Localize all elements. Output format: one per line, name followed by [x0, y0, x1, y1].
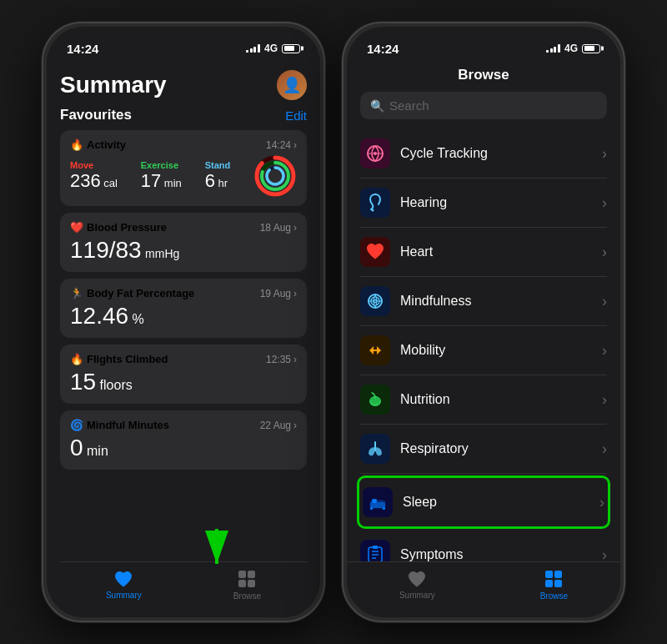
svg-rect-8 [238, 571, 246, 578]
bp-icon: ❤️ [70, 221, 83, 234]
tab-browse-left[interactable]: Browse [233, 569, 261, 601]
mindful-meta: 22 Aug › [260, 420, 297, 431]
signal-icon-right [546, 44, 560, 53]
stand-stat: Stand 6 hr [205, 160, 231, 192]
hearing-label: Hearing [400, 195, 602, 210]
body-fat-card[interactable]: 🏃 Body Fat Percentage 19 Aug › 12.46 % [60, 279, 307, 338]
browse-list: Cycle Tracking Hearing [347, 129, 620, 561]
mindfulness-label: Mindfulness [400, 294, 602, 309]
notch-right [429, 27, 538, 50]
svg-rect-11 [248, 580, 255, 587]
svg-rect-33 [545, 571, 553, 578]
activity-title: 🔥 Activity [70, 138, 126, 151]
svg-rect-32 [373, 546, 378, 549]
phones-container: 14:24 4G Summary 👤 [42, 22, 625, 622]
svg-rect-26 [370, 507, 373, 510]
edit-button[interactable]: Edit [285, 108, 307, 123]
search-icon: 🔍 [370, 99, 384, 113]
status-icons-right: 4G [546, 43, 600, 54]
flights-card[interactable]: 🔥 Flights Climbed 12:35 › 15 floors [60, 345, 307, 404]
sleep-label: Sleep [403, 495, 599, 510]
screen-content-right: Browse 🔍 Search [347, 63, 620, 617]
tab-summary-right[interactable]: Summary [399, 570, 435, 600]
tab-summary-label-right: Summary [399, 591, 435, 600]
svg-point-5 [267, 168, 283, 184]
browse-item-sleep[interactable]: Sleep [363, 478, 604, 526]
browse-item-nutrition[interactable]: Nutrition [360, 375, 607, 425]
svg-point-15 [372, 209, 374, 212]
chevron-hearing [602, 194, 607, 212]
flights-title: 🔥 Flights Climbed [70, 353, 168, 365]
browse-item-cycle-tracking[interactable]: Cycle Tracking [360, 129, 607, 179]
browse-item-respiratory[interactable]: Respiratory [360, 425, 607, 474]
bf-meta: 19 Aug › [260, 288, 297, 299]
chevron-heart [602, 244, 607, 261]
network-label-right: 4G [564, 43, 578, 54]
svg-rect-24 [370, 502, 385, 508]
heart-label: Heart [400, 244, 602, 259]
tab-bar-right: Summary Browse [347, 561, 620, 617]
bf-title: 🏃 Body Fat Percentage [70, 287, 194, 299]
mindful-value: 0 min [70, 435, 297, 461]
mindful-card[interactable]: 🌀 Mindful Minutes 22 Aug › 0 min [60, 410, 307, 470]
svg-rect-10 [238, 580, 246, 587]
tab-browse-right[interactable]: Browse [540, 569, 568, 601]
summary-header: Summary 👤 [60, 70, 307, 100]
browse-item-mobility[interactable]: Mobility [360, 326, 607, 375]
svg-rect-35 [545, 580, 553, 587]
cycle-tracking-label: Cycle Tracking [400, 146, 602, 161]
respiratory-label: Respiratory [400, 441, 602, 456]
activity-icon: 🔥 [70, 138, 83, 151]
network-label: 4G [264, 43, 278, 54]
heart-icon-browse [360, 237, 390, 267]
mindfulness-icon [360, 286, 390, 316]
time-right: 14:24 [367, 42, 399, 56]
svg-rect-9 [248, 571, 255, 578]
sleep-highlight-border: Sleep [357, 475, 610, 529]
flights-meta: 12:35 › [266, 354, 297, 365]
flights-value: 15 floors [70, 369, 297, 395]
chevron-mobility [602, 342, 607, 360]
browse-item-mindfulness[interactable]: Mindfulness [360, 277, 607, 326]
time-left: 14:24 [67, 42, 98, 56]
status-icons-left: 4G [246, 43, 300, 54]
svg-point-22 [374, 396, 377, 399]
activity-ring [253, 154, 297, 198]
tab-bar-left: Summary Browse [60, 561, 307, 617]
flights-icon: 🔥 [70, 353, 83, 365]
left-phone: 14:24 4G Summary 👤 [42, 22, 325, 622]
symptoms-label: Symptoms [400, 547, 602, 561]
bf-value: 12.46 % [70, 303, 297, 330]
nutrition-icon [360, 385, 390, 415]
mindful-icon: 🌀 [70, 419, 83, 431]
search-placeholder: Search [389, 98, 429, 113]
browse-item-hearing[interactable]: Hearing [360, 179, 607, 228]
battery-icon [282, 44, 300, 53]
bf-icon: 🏃 [70, 287, 83, 299]
activity-meta: 14:24 › [266, 139, 297, 151]
browse-item-symptoms[interactable]: Symptoms [360, 531, 607, 561]
blood-pressure-card[interactable]: ❤️ Blood Pressure 18 Aug › 119/83 mmHg [60, 213, 307, 272]
activity-card[interactable]: 🔥 Activity 14:24 › Move 236 cal [60, 130, 307, 206]
browse-item-heart[interactable]: Heart [360, 228, 607, 277]
svg-rect-36 [554, 580, 562, 587]
tab-browse-label-right: Browse [540, 591, 568, 601]
bp-meta: 18 Aug › [260, 222, 297, 234]
chevron-cycle [602, 145, 607, 163]
favourites-label: Favourites [60, 107, 132, 123]
chevron-mindfulness [602, 293, 607, 310]
avatar[interactable]: 👤 [277, 70, 307, 100]
symptoms-icon [360, 540, 390, 561]
mobility-icon [360, 335, 390, 365]
screen-content-left: Summary 👤 Favourites Edit 🔥 Activity [47, 63, 320, 617]
exercise-stat: Exercise 17 min [141, 160, 182, 192]
search-bar[interactable]: 🔍 Search [360, 92, 607, 119]
summary-title: Summary [60, 72, 167, 98]
mobility-label: Mobility [400, 343, 602, 358]
green-arrow [200, 529, 233, 574]
nutrition-label: Nutrition [400, 392, 602, 407]
svg-rect-25 [372, 499, 377, 503]
tab-summary-left[interactable]: Summary [106, 570, 142, 600]
tab-browse-label-left: Browse [233, 591, 261, 601]
sleep-icon [363, 487, 393, 517]
